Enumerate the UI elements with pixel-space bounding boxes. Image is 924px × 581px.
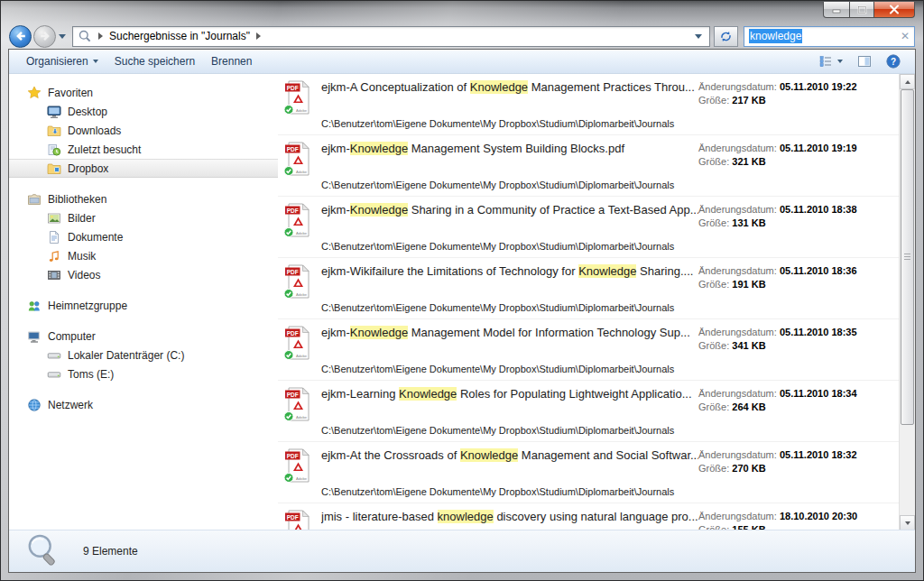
recent-pages-dropdown[interactable] [56,28,69,44]
breadcrumb-arrow-icon[interactable] [256,32,261,40]
file-row[interactable]: PDFAdobe ejkm-Knowledge Management Model… [278,319,899,381]
file-row[interactable]: PDFAdobe ejkm-Wikifailure the Limitation… [278,258,899,319]
arrow-down-icon [905,521,910,525]
file-meta: Änderungsdatum: 05.11.2010 18:38 Größe: … [698,203,886,230]
clear-search-icon[interactable]: ✕ [901,31,910,42]
vertical-scrollbar[interactable] [899,74,915,530]
close-button[interactable] [873,2,915,18]
scroll-down-button[interactable] [900,515,915,530]
sidebar-item[interactable]: Bilder [9,208,278,227]
file-meta: Änderungsdatum: 05.11.2010 19:22 Größe: … [698,80,886,107]
sidebar-item-label: Desktop [68,106,107,118]
sidebar-group: Heimnetzgruppe [9,296,278,315]
sidebar-group-header[interactable]: Computer [9,327,278,346]
arrow-up-icon [905,80,910,84]
sidebar-item[interactable]: Downloads [9,121,278,140]
sidebar-item[interactable]: Lokaler Datenträger (C:) [9,346,278,364]
search-results-icon [25,532,63,570]
file-row[interactable]: PDFAdobe ejkm-Knowledge Sharing in a Com… [278,197,899,258]
search-query-text: knowledge [749,29,802,43]
address-bar[interactable]: Suchergebnisse in "Journals" [72,26,710,47]
file-row[interactable]: PDFAdobe ejkm-Knowledge Management Syste… [278,135,899,197]
pdf-file-icon: PDFAdobe [283,142,312,178]
sidebar-item-icon [47,268,61,282]
address-dropdown-button[interactable] [689,28,707,45]
sidebar-item-label: Toms (E:) [68,368,114,381]
minimize-button[interactable] [823,2,850,18]
navigation-bar: Suchergebnisse in "Journals" knowledge ✕ [9,23,915,49]
scrollbar-thumb[interactable] [901,89,914,425]
svg-text:PDF: PDF [287,453,299,459]
svg-text:Adobe: Adobe [296,292,308,297]
sidebar-group-children: Desktop Downloads Zuletzt besucht Dropbo… [9,102,278,178]
file-row[interactable]: PDFAdobe ejkm-Learning Knowledge Roles f… [278,381,899,442]
file-path: C:\Benutzer\tom\Eigene Dokumente\My Drop… [321,302,674,313]
forward-button[interactable] [33,25,56,48]
file-path: C:\Benutzer\tom\Eigene Dokumente\My Drop… [321,364,674,374]
chevron-down-icon [59,34,66,39]
organize-button[interactable]: Organisieren [18,51,106,71]
file-meta: Änderungsdatum: 05.11.2010 19:19 Größe: … [698,142,886,169]
change-view-button[interactable] [818,54,843,69]
back-button[interactable] [9,25,32,48]
sidebar-group-icon [27,86,42,100]
sidebar-item[interactable]: Toms (E:) [9,364,278,383]
breadcrumb-location[interactable]: Suchergebnisse in "Journals" [109,30,250,42]
save-search-button[interactable]: Suche speichern [106,51,203,71]
sidebar-group-header[interactable]: Heimnetzgruppe [9,296,278,315]
sidebar-group-icon [27,329,42,344]
sidebar-item[interactable]: Musik [9,246,278,265]
file-title: ejkm-A Conceptualization of Knowledge Ma… [321,80,698,94]
burn-button[interactable]: Brennen [203,51,260,71]
file-row[interactable]: PDFAdobe ejkm-At the Crossroads of Knowl… [278,442,899,503]
pdf-file-icon: PDFAdobe [283,510,312,530]
svg-text:Adobe: Adobe [296,415,308,420]
svg-text:Adobe: Adobe [296,231,308,235]
sidebar-group-label: Favoriten [48,87,93,99]
file-title: jmis - literature-based knowledge discov… [321,510,698,523]
file-row[interactable]: PDFAdobe jmis - literature-based knowled… [278,503,899,530]
scroll-up-button[interactable] [900,74,915,89]
save-search-label: Suche speichern [115,55,195,68]
sidebar-item[interactable]: Dokumente [9,227,278,246]
sidebar-group-header[interactable]: Favoriten [9,83,278,102]
pdf-file-icon: PDFAdobe [283,326,312,362]
svg-text:PDF: PDF [287,146,299,152]
sidebar-item-icon [47,230,61,244]
sidebar-item-label: Downloads [68,124,121,137]
file-path: C:\Benutzer\tom\Eigene Dokumente\My Drop… [321,180,674,190]
pdf-file-icon: PDFAdobe [283,264,312,300]
search-location-icon [78,29,92,43]
sidebar-group-header[interactable]: Netzwerk [9,395,278,414]
refresh-button[interactable] [714,26,738,47]
sidebar-item-label: Videos [68,269,100,281]
sidebar-group-header[interactable]: Bibliotheken [9,189,278,208]
explorer-window: Suchergebnisse in "Journals" knowledge ✕… [0,0,924,581]
sidebar-item[interactable]: Videos [9,265,278,284]
pdf-file-icon: PDFAdobe [283,80,312,116]
search-input[interactable]: knowledge ✕ [744,26,915,47]
toolbar-right: ? [818,54,906,69]
sidebar-item[interactable]: Dropbox [9,159,278,178]
maximize-button[interactable] [849,2,874,18]
file-row[interactable]: PDFAdobe ejkm-A Conceptualization of Kno… [278,74,899,135]
caption-buttons [824,2,915,18]
sidebar-item[interactable]: Desktop [9,102,278,121]
sidebar-group-children: Bilder Dokumente Musik Videos [9,208,278,284]
sidebar-group-label: Heimnetzgruppe [48,300,127,312]
organize-label: Organisieren [26,55,88,68]
file-title: ejkm-Knowledge Management Model for Info… [321,326,698,339]
sidebar-group-label: Netzwerk [48,399,93,411]
sidebar-item-icon [47,105,61,119]
sidebar-item-label: Bilder [68,212,96,225]
close-icon [889,5,900,14]
sidebar-item[interactable]: Zuletzt besucht [9,140,278,159]
svg-text:PDF: PDF [287,269,299,275]
svg-text:PDF: PDF [287,208,299,214]
preview-pane-button[interactable] [857,54,872,69]
help-button[interactable]: ? [886,54,901,69]
file-meta: Änderungsdatum: 05.11.2010 18:34 Größe: … [698,387,886,414]
sidebar: Favoriten Desktop Downloads Zuletzt besu… [9,74,278,530]
file-meta: Änderungsdatum: 05.11.2010 18:36 Größe: … [698,264,886,291]
sidebar-item-icon [47,249,61,263]
